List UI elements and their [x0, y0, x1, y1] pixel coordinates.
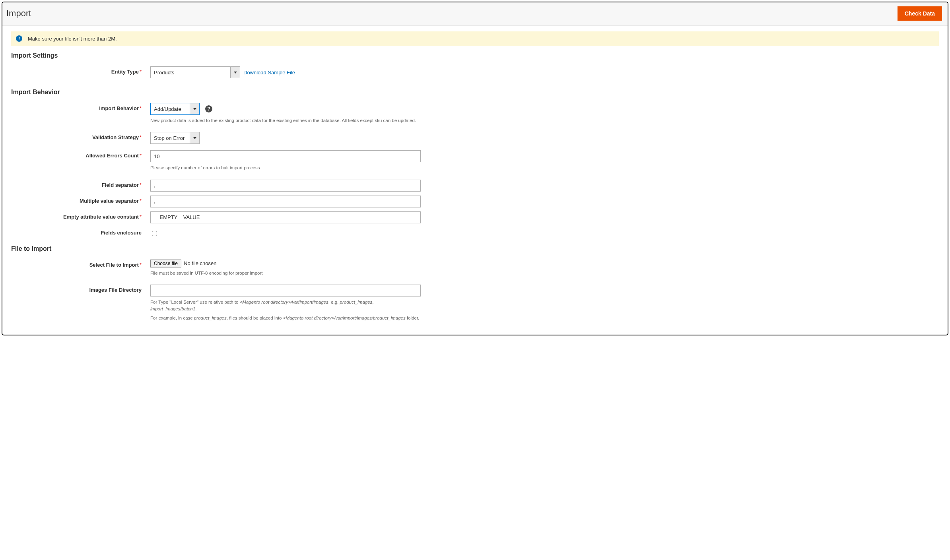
multi-value-separator-label: Multiple value separator* [11, 196, 150, 204]
entity-type-label: Entity Type* [11, 66, 150, 75]
page-header: Import Check Data [2, 2, 948, 26]
images-dir-input[interactable] [150, 285, 421, 296]
multi-value-separator-input[interactable] [150, 196, 421, 207]
import-settings-heading: Import Settings [11, 52, 939, 59]
info-message-text: Make sure your file isn't more than 2M. [28, 36, 117, 42]
allowed-errors-input[interactable] [150, 150, 421, 162]
help-icon[interactable]: ? [205, 105, 212, 112]
choose-file-button[interactable]: Choose file [150, 260, 181, 267]
field-separator-label: Field separator* [11, 180, 150, 188]
select-file-note: File must be saved in UTF-8 encoding for… [150, 270, 421, 277]
images-dir-note-1: For Type "Local Server" use relative pat… [150, 299, 421, 313]
download-sample-file-link[interactable]: Download Sample File [243, 70, 295, 76]
check-data-button[interactable]: Check Data [898, 6, 942, 21]
file-status: No file chosen [184, 260, 216, 266]
info-icon: i [16, 35, 22, 42]
file-to-import-heading: File to Import [11, 245, 939, 252]
import-behavior-note: New product data is added to the existin… [150, 117, 421, 124]
images-dir-note-2: For example, in case product_images, fil… [150, 315, 421, 322]
fields-enclosure-checkbox[interactable] [152, 231, 157, 236]
allowed-errors-label: Allowed Errors Count* [11, 150, 150, 159]
validation-strategy-label: Validation Strategy* [11, 132, 150, 140]
images-dir-label: Images File Directory [11, 285, 150, 293]
field-separator-input[interactable] [150, 180, 421, 192]
page-title: Import [6, 8, 31, 19]
import-behavior-heading: Import Behavior [11, 89, 939, 96]
fields-enclosure-label: Fields enclosure [11, 227, 150, 236]
select-file-label: Select File to Import* [11, 260, 150, 268]
entity-type-select[interactable]: Products [150, 66, 240, 78]
allowed-errors-note: Please specify number of errors to halt … [150, 165, 421, 171]
import-behavior-label: Import Behavior* [11, 103, 150, 111]
import-behavior-select[interactable]: Add/Update [150, 103, 200, 115]
validation-strategy-select[interactable]: Stop on Error [150, 132, 200, 144]
empty-attribute-input[interactable] [150, 211, 421, 223]
empty-attribute-label: Empty attribute value constant* [11, 211, 150, 220]
info-message: i Make sure your file isn't more than 2M… [11, 31, 939, 46]
